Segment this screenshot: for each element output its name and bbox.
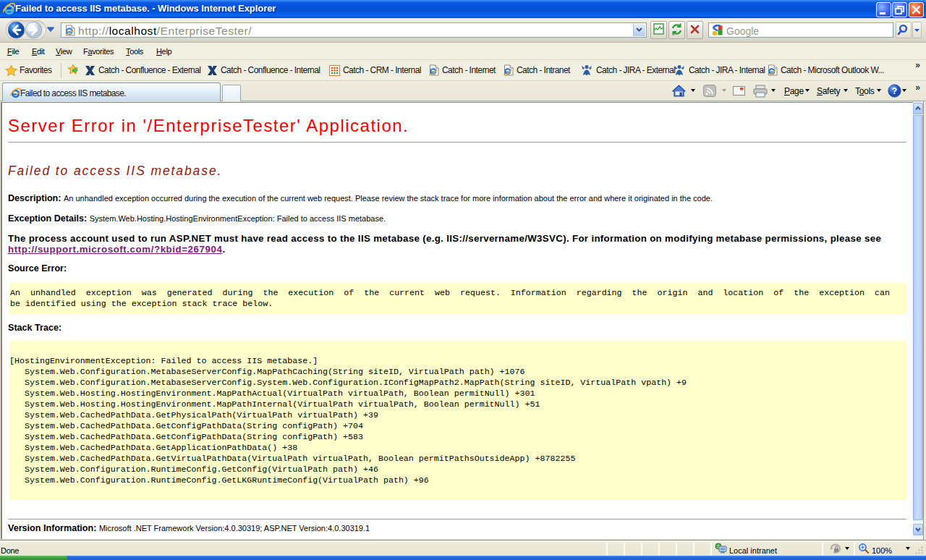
svg-text:?: ?	[892, 86, 897, 96]
